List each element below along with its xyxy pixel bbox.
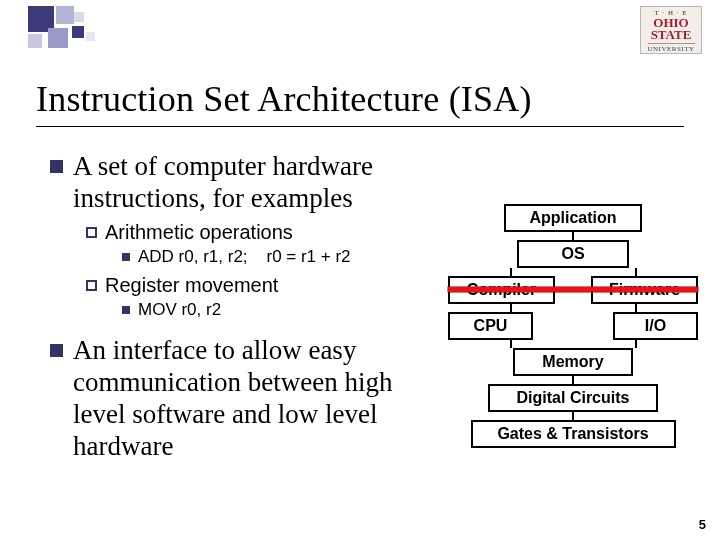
bullet-1b-i: MOV r0, r2 [122, 300, 430, 320]
diagram-box-gates-transistors: Gates & Transistors [471, 420, 676, 448]
small-square-bullet-icon [122, 306, 130, 314]
diagram-box-cpu: CPU [448, 312, 533, 340]
bullet-1-text: A set of computer hardware instructions,… [73, 150, 430, 214]
bullet-1a-i: ADD r0, r1, r2; r0 = r1 + r2 [122, 247, 430, 267]
diagram-box-io: I/O [613, 312, 698, 340]
diagram-box-memory: Memory [513, 348, 633, 376]
layer-diagram: Application OS Compiler Firmware CPU I/O… [448, 204, 698, 448]
slide: T · H · E OHIO STATE UNIVERSITY Instruct… [0, 0, 720, 540]
bullet-1b-i-text: MOV r0, r2 [138, 300, 221, 320]
small-square-bullet-icon [122, 253, 130, 261]
hollow-square-bullet-icon [86, 280, 97, 291]
diagram-box-os: OS [517, 240, 630, 268]
logo-sub-text: UNIVERSITY [648, 43, 695, 53]
bullet-2-text: An interface to allow easy communication… [73, 334, 430, 462]
bullet-1: A set of computer hardware instructions,… [50, 150, 430, 214]
logo-main-text: OHIO STATE [651, 17, 692, 41]
square-bullet-icon [50, 160, 63, 173]
bullet-2: An interface to allow easy communication… [50, 334, 430, 462]
page-number: 5 [699, 517, 706, 532]
hollow-square-bullet-icon [86, 227, 97, 238]
diagram-red-underline [448, 287, 698, 292]
bullet-1a-text: Arithmetic operations [105, 220, 293, 244]
slide-body: A set of computer hardware instructions,… [50, 150, 430, 464]
ohio-state-logo: T · H · E OHIO STATE UNIVERSITY [640, 6, 702, 54]
bullet-1b: Register movement [86, 273, 430, 297]
corner-decoration [28, 6, 148, 48]
diagram-box-application: Application [504, 204, 642, 232]
square-bullet-icon [50, 344, 63, 357]
slide-title: Instruction Set Architecture (ISA) [36, 78, 684, 127]
bullet-1a: Arithmetic operations [86, 220, 430, 244]
bullet-1b-text: Register movement [105, 273, 278, 297]
diagram-box-digital-circuits: Digital Circuits [488, 384, 658, 412]
bullet-1a-i-text: ADD r0, r1, r2; r0 = r1 + r2 [138, 247, 351, 267]
